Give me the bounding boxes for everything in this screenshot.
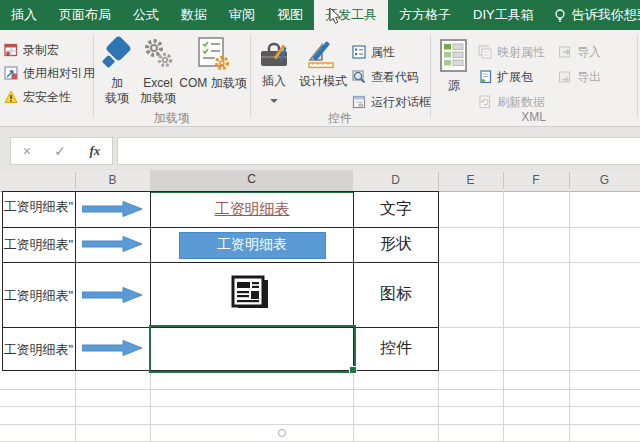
gridline: [0, 406, 640, 407]
dialog-icon: [352, 95, 366, 109]
ribbon-tab-bar: 插入 页面布局 公式 数据 审阅 视图 开发工具 方方格子 DIY工具箱 告诉我…: [0, 0, 640, 30]
excel-add-ins-button[interactable]: Excel 加载项: [139, 36, 177, 106]
macro-security-label: 宏安全性: [23, 89, 71, 106]
table-border: [75, 191, 76, 371]
tab-data[interactable]: 数据: [170, 0, 218, 30]
tab-ffcell[interactable]: 方方格子: [388, 0, 462, 30]
design-mode-button[interactable]: 设计模式: [297, 38, 349, 89]
gridline: [438, 370, 439, 442]
record-macro-label: 录制宏: [23, 42, 59, 59]
tab-formulas[interactable]: 公式: [122, 0, 170, 30]
expansion-packs-icon: [478, 70, 492, 84]
cell-c-icon-wrap: [151, 263, 353, 326]
arrow-right-icon[interactable]: [82, 201, 144, 217]
toolbox-icon: [258, 38, 290, 70]
header-separator: [503, 172, 504, 189]
view-code-button[interactable]: 查看代码: [352, 68, 419, 86]
formula-input[interactable]: [117, 137, 640, 165]
gridline: [438, 327, 640, 328]
arrow-right-icon[interactable]: [82, 340, 144, 356]
export-label: 导出: [577, 69, 601, 86]
com-add-ins-label: COM 加载项: [178, 76, 248, 91]
tab-page-layout[interactable]: 页面布局: [48, 0, 122, 30]
import-button: 导入: [558, 43, 601, 61]
mouse-cursor: [329, 8, 341, 25]
cell-c-shape-wrap: 工资明细表: [151, 228, 353, 262]
use-relative-references-button[interactable]: 使用相对引用: [4, 64, 95, 82]
cell-d-label[interactable]: 形状: [354, 228, 438, 261]
map-properties-icon: [478, 45, 492, 59]
excel-add-ins-label-line1: Excel: [139, 76, 177, 91]
use-relative-references-label: 使用相对引用: [23, 65, 95, 82]
arrow-right-icon[interactable]: [82, 287, 144, 303]
gridline: [438, 370, 640, 371]
column-header-E[interactable]: E: [438, 170, 503, 192]
column-header-G[interactable]: G: [569, 170, 640, 192]
worksheet-hyperlink[interactable]: 工资明细表: [215, 200, 290, 219]
macro-security-button[interactable]: 宏安全性: [4, 88, 71, 106]
cell-a-text[interactable]: 工资明细表": [0, 287, 73, 305]
shape-anchor-dot: [278, 429, 286, 437]
shape-button[interactable]: 工资明细表: [179, 232, 326, 259]
gridline: [0, 389, 640, 390]
insert-controls-label: 插入: [254, 74, 294, 89]
add-ins-icon: [100, 36, 134, 72]
tab-insert[interactable]: 插入: [0, 0, 48, 30]
controls-group-label: 控件: [250, 110, 430, 127]
record-macro-icon: [4, 43, 18, 57]
excel-add-ins-label-line2: 加载项: [139, 91, 177, 106]
cell-c-hyperlink-wrap: 工资明细表: [151, 192, 353, 226]
formula-bar: × ✓ fx: [0, 127, 640, 170]
column-header-C[interactable]: C: [150, 170, 353, 193]
add-ins-button[interactable]: 加 载项: [97, 36, 137, 106]
column-header-F[interactable]: F: [503, 170, 569, 192]
magnifier-icon: [352, 70, 366, 84]
newspaper-icon[interactable]: [230, 275, 274, 315]
tab-developer[interactable]: 开发工具: [314, 0, 388, 30]
design-mode-icon: [305, 38, 341, 70]
insert-controls-button[interactable]: 插入: [254, 38, 294, 107]
lightbulb-icon: [553, 8, 567, 23]
add-ins-label-line2: 载项: [97, 91, 137, 106]
refresh-data-icon: [478, 95, 492, 109]
enter-icon[interactable]: ✓: [54, 143, 66, 159]
insert-function-icon[interactable]: fx: [89, 143, 100, 159]
table-border: [438, 191, 439, 371]
properties-label: 属性: [371, 44, 395, 61]
cell-a-text[interactable]: 工资明细表": [0, 198, 73, 216]
cell-d-label[interactable]: 图标: [354, 263, 438, 326]
tab-view[interactable]: 视图: [266, 0, 314, 30]
design-mode-label: 设计模式: [297, 74, 349, 89]
cancel-icon[interactable]: ×: [23, 143, 31, 159]
tab-diy-toolbox[interactable]: DIY工具箱: [462, 0, 545, 30]
expansion-packs-label: 扩展包: [497, 69, 533, 86]
tell-me-box[interactable]: 告诉我你想要做: [545, 0, 640, 30]
add-ins-group-label: 加载项: [93, 110, 250, 127]
map-properties-label: 映射属性: [497, 44, 545, 61]
header-separator: [569, 172, 570, 189]
map-properties-button: 映射属性: [478, 43, 545, 61]
dropdown-arrow-icon: [270, 99, 278, 103]
run-dialog-button[interactable]: 运行对话框: [352, 93, 431, 111]
column-header-D[interactable]: D: [353, 170, 438, 192]
cell-a-text[interactable]: 工资明细表": [0, 236, 73, 254]
xml-source-button[interactable]: 源: [437, 38, 471, 93]
xml-source-label: 源: [437, 78, 471, 93]
cell-d-label[interactable]: 控件: [354, 328, 438, 369]
cell-d-label[interactable]: 文字: [354, 192, 438, 226]
record-macro-button[interactable]: 录制宏: [4, 41, 59, 59]
com-add-ins-button[interactable]: COM 加载项: [178, 36, 248, 91]
gridline: [438, 262, 640, 263]
gridline: [0, 424, 640, 425]
expansion-packs-button[interactable]: 扩展包: [478, 68, 533, 86]
column-header-B[interactable]: B: [75, 170, 150, 192]
gridline: [75, 370, 76, 442]
properties-button[interactable]: 属性: [352, 43, 395, 61]
import-icon: [558, 45, 572, 59]
selected-cell[interactable]: [149, 325, 356, 373]
cell-a-text[interactable]: 工资明细表": [0, 341, 73, 359]
import-label: 导入: [577, 44, 601, 61]
arrow-right-icon[interactable]: [82, 236, 144, 252]
tab-review[interactable]: 审阅: [218, 0, 266, 30]
group-separator: [637, 34, 638, 118]
